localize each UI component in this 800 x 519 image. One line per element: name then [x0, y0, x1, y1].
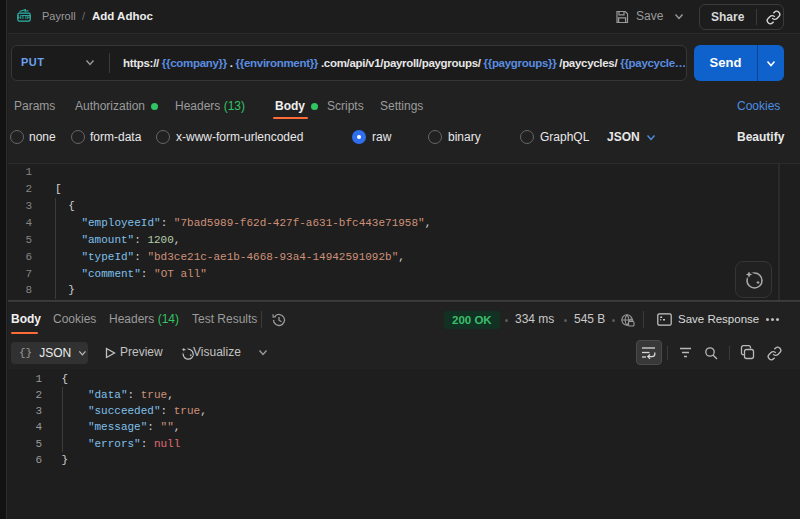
- svg-text:HTTP: HTTP: [18, 14, 31, 20]
